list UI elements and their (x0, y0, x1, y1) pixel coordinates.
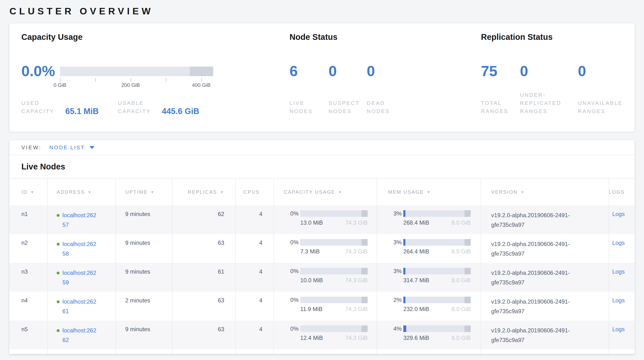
node-id: n4 (21, 297, 28, 304)
capacity-percent-label: 0% (274, 239, 298, 246)
mem-mini-bar (403, 297, 470, 303)
axis-tick (201, 78, 202, 82)
capacity-used-value: 12.4 MiB (300, 334, 323, 341)
mem-used-value: 268.4 MiB (403, 219, 429, 226)
view-selected-value: NODE LIST (49, 144, 85, 151)
capacity-percent-label: 0% (274, 325, 298, 332)
column-header-uptime[interactable]: UPTIME▼ (116, 178, 172, 205)
version-value: v19.2.0-alpha.20190606-2491-gfe735c9a97 (491, 326, 579, 345)
capacity-used-value: 7.3 MiB (300, 248, 320, 255)
sort-desc-icon: ▼ (520, 190, 525, 194)
capacity-usage-cell: 0% 11.9 MiB 74.3 GiB (274, 292, 376, 320)
replication-status-stats: 75 TOTAL RANGES 0 UNDER-REPLICATED RANGE… (481, 63, 629, 115)
logs-cell: Logs (609, 205, 635, 234)
mem-mini-bar (403, 210, 470, 217)
capacity-total-value: 74.3 GiB (345, 277, 368, 283)
column-header-id[interactable]: ID▼ (9, 178, 47, 205)
table-row: n5 localhost:26262 9 minutes 63 4 0% 12.… (9, 320, 634, 349)
cpus-cell: 4 (235, 234, 273, 263)
replicas-cell: 63 (172, 292, 235, 320)
node-id-cell: n1 (9, 205, 47, 234)
mem-percent-label: 3% (377, 268, 402, 274)
node-address-cell: localhost:26262 (47, 320, 116, 349)
replication-status-title: Replication Status (481, 32, 552, 42)
stat-label: DEAD NODES (367, 99, 404, 116)
column-header-version[interactable]: VERSION▼ (480, 178, 609, 205)
mem-usage-cell: 3% 314.7 MiB 8.0 GiB (376, 263, 480, 292)
table-row: n3 localhost:26259 9 minutes 61 4 0% 10.… (9, 263, 634, 292)
logs-link[interactable]: Logs (612, 268, 624, 275)
stat-value: 0 (367, 63, 408, 79)
node-address-link[interactable]: localhost:26257 (62, 211, 98, 230)
node-id-cell (9, 349, 47, 354)
version-value: v19.2.0-alpha.20190606-2491-gfe735c9a97 (491, 211, 579, 230)
version-cell (480, 349, 609, 354)
capacity-total-value: 74.3 GiB (345, 334, 368, 341)
logs-link[interactable]: Logs (612, 326, 624, 332)
stat-label: UNAVAILABLE RANGES (578, 99, 626, 116)
mem-used-value: 232.0 MiB (403, 306, 429, 312)
mem-bar-fill (403, 239, 406, 246)
dead-nodes-stat: 0 DEAD NODES (367, 63, 408, 115)
mem-bar-fill (403, 325, 406, 332)
column-header-address[interactable]: ADDRESS▼ (47, 178, 116, 205)
logs-link[interactable]: Logs (612, 211, 624, 217)
node-address-link[interactable]: localhost:26262 (62, 326, 98, 345)
version-value: v19.2.0-alpha.20190606-2491-gfe735c9a97 (491, 297, 579, 316)
logs-link[interactable]: Logs (612, 240, 624, 246)
live-status-dot (57, 243, 60, 246)
logs-link[interactable]: Logs (612, 297, 624, 304)
used-capacity: USED CAPACITY 65.1 MiB (21, 99, 99, 116)
cpus-cell: 4 (235, 263, 273, 292)
live-status-dot (57, 300, 60, 303)
node-address-link[interactable]: localhost:26259 (62, 268, 98, 287)
mem-bar-dark-segment (464, 210, 471, 217)
mem-mini-bar (403, 325, 470, 332)
live-nodes-panel: VIEW: NODE LIST Live Nodes ID▼ ADDRESS▼ … (9, 140, 634, 354)
node-address-cell: localhost:26261 (47, 292, 116, 320)
replicas-cell (172, 349, 235, 354)
mem-bar-fill (403, 210, 406, 217)
table-row: n1 localhost:26257 9 minutes 62 4 0% 13.… (9, 205, 634, 234)
mem-used-value: 314.7 MiB (403, 277, 429, 283)
axis-tick (60, 78, 60, 82)
sort-desc-icon: ▼ (150, 190, 155, 194)
sort-desc-icon: ▼ (88, 190, 92, 194)
stat-label: LIVE NODES (290, 99, 326, 116)
mem-total-value: 8.0 GiB (452, 248, 471, 255)
column-header-replicas[interactable]: REPLICAS▼ (172, 178, 235, 205)
capacity-used-value: 11.9 MiB (300, 306, 322, 312)
node-list-dropdown[interactable]: NODE LIST (49, 144, 94, 151)
capacity-used-value: 10.0 MiB (300, 277, 323, 283)
capacity-usage-cell: 0% 7.3 MiB 74.3 GiB (274, 234, 376, 263)
node-status-title: Node Status (290, 32, 338, 42)
uptime-cell: 9 minutes (116, 320, 172, 349)
capacity-axis-ticks (60, 78, 213, 82)
uptime-cell: 9 minutes (116, 234, 172, 263)
replicas-cell: 61 (172, 263, 235, 292)
table-header-row: ID▼ ADDRESS▼ UPTIME▼ REPLICAS▼ CPUS CAPA… (9, 178, 634, 205)
mem-bar-fill (403, 297, 406, 303)
capacity-used-value: 13.0 MiB (300, 219, 323, 226)
node-address-link[interactable]: localhost:26258 (62, 240, 98, 258)
page-title: CLUSTER OVERVIEW (9, 6, 153, 17)
usable-capacity-label: USABLE CAPACITY (118, 99, 157, 116)
column-header-mem-usage[interactable]: MEM USAGE▼ (376, 178, 480, 205)
stat-label: TOTAL RANGES (481, 99, 520, 116)
capacity-mini-bar (300, 210, 368, 217)
column-header-capacity-usage[interactable]: CAPACITY USAGE▼ (274, 178, 376, 205)
node-address-link[interactable]: localhost:26261 (62, 297, 98, 316)
node-address-cell: localhost:26257 (47, 205, 116, 234)
axis-tick-label: 0 GiB (54, 82, 66, 88)
cpus-cell: 4 (235, 320, 273, 349)
used-capacity-value: 65.1 MiB (66, 107, 99, 116)
sort-desc-icon: ▼ (427, 190, 431, 194)
capacity-axis-labels: 0 GiB 200 GiB 400 GiB (60, 82, 213, 89)
uptime-cell (116, 349, 172, 354)
capacity-usage-cell: 0% 10.0 MiB 74.3 GiB (274, 263, 376, 292)
cpus-cell: 4 (235, 292, 273, 320)
capacity-usage-cell: 0% 13.0 MiB 74.3 GiB (274, 205, 376, 234)
mem-used-value: 329.6 MiB (403, 334, 429, 341)
stat-label: SUSPECT NODES (328, 99, 365, 116)
unavailable-ranges-stat: 0 UNAVAILABLE RANGES (578, 63, 629, 115)
